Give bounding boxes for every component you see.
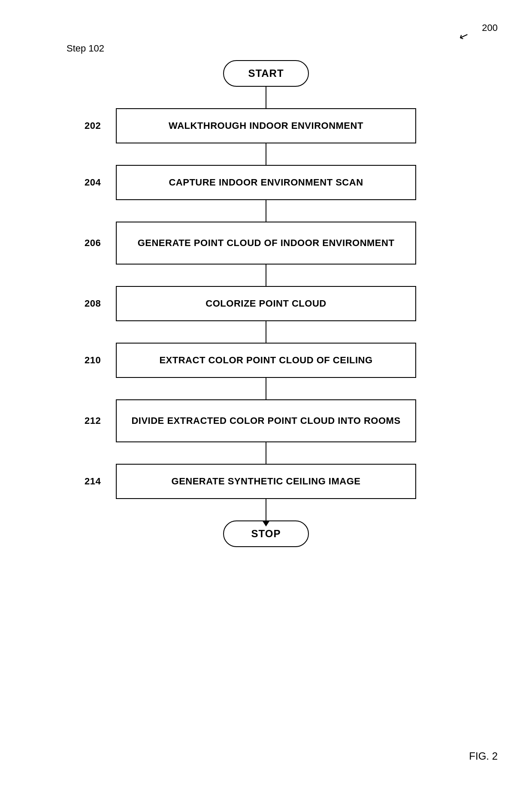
arrow-7 [266, 499, 267, 520]
step-num-212: 212 [85, 415, 101, 426]
step-num-202: 202 [85, 120, 101, 131]
step-divide-rooms: 212 DIVIDE EXTRACTED COLOR POINT CLOUD I… [116, 399, 416, 442]
step-walkthrough: 202 WALKTHROUGH INDOOR ENVIRONMENT [116, 108, 416, 143]
step-204-label: CAPTURE INDOOR ENVIRONMENT SCAN [169, 177, 363, 188]
start-terminal: START [223, 60, 309, 87]
step-capture: 204 CAPTURE INDOOR ENVIRONMENT SCAN [116, 165, 416, 200]
step-num-204: 204 [85, 177, 101, 188]
step-colorize: 208 COLORIZE POINT CLOUD [116, 286, 416, 321]
step-208-label: COLORIZE POINT CLOUD [206, 298, 326, 309]
figure-arrow: ↙ [457, 28, 470, 44]
start-label: START [248, 67, 284, 79]
step-num-208: 208 [85, 298, 101, 309]
step-num-214: 214 [85, 476, 101, 487]
arrow-1 [266, 143, 267, 165]
diagram-container: ↙ 200 Step 102 START 202 WALKTHROUGH IND… [0, 0, 532, 788]
step-label: Step 102 [66, 43, 104, 54]
step-extract-color: 210 EXTRACT COLOR POINT CLOUD OF CEILING [116, 343, 416, 378]
arrow-6 [266, 442, 267, 464]
step-210-label: EXTRACT COLOR POINT CLOUD OF CEILING [159, 355, 372, 366]
arrow-2 [266, 200, 267, 222]
step-212-label: DIVIDE EXTRACTED COLOR POINT CLOUD INTO … [131, 415, 400, 426]
step-214-label: GENERATE SYNTHETIC CEILING IMAGE [172, 476, 361, 487]
arrow-3 [266, 265, 267, 286]
arrow-4 [266, 321, 267, 343]
stop-label: STOP [251, 528, 281, 540]
arrow-0 [266, 87, 267, 108]
step-206-label: GENERATE POINT CLOUD OF INDOOR ENVIRONME… [138, 237, 395, 249]
step-generate-pointcloud: 206 GENERATE POINT CLOUD OF INDOOR ENVIR… [116, 222, 416, 265]
step-generate-ceiling: 214 GENERATE SYNTHETIC CEILING IMAGE [116, 464, 416, 499]
flowchart: START 202 WALKTHROUGH INDOOR ENVIRONMENT… [103, 60, 429, 547]
step-num-206: 206 [85, 237, 101, 249]
step-num-210: 210 [85, 355, 101, 366]
fig-caption: FIG. 2 [469, 750, 498, 762]
arrow-5 [266, 378, 267, 399]
figure-number: 200 [482, 22, 498, 33]
step-202-label: WALKTHROUGH INDOOR ENVIRONMENT [169, 120, 363, 131]
